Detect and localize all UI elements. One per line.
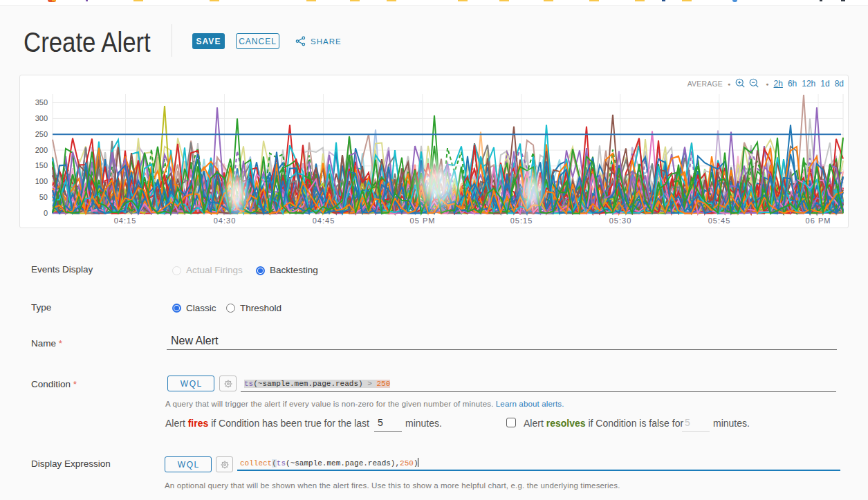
svg-text:300: 300 [35,114,48,122]
svg-text:0: 0 [44,209,48,217]
svg-text:250: 250 [35,130,48,138]
svg-text:06 PM: 06 PM [806,216,831,225]
svg-text:150: 150 [35,161,48,169]
svg-text:04:45: 04:45 [313,216,335,225]
svg-text:04:15: 04:15 [114,216,137,225]
svg-text:50: 50 [39,193,48,201]
svg-text:05:30: 05:30 [609,216,632,225]
svg-text:200: 200 [35,146,48,154]
svg-text:05:45: 05:45 [708,216,731,225]
svg-text:100: 100 [35,177,48,185]
svg-text:350: 350 [35,98,48,107]
svg-text:05 PM: 05 PM [410,216,436,225]
